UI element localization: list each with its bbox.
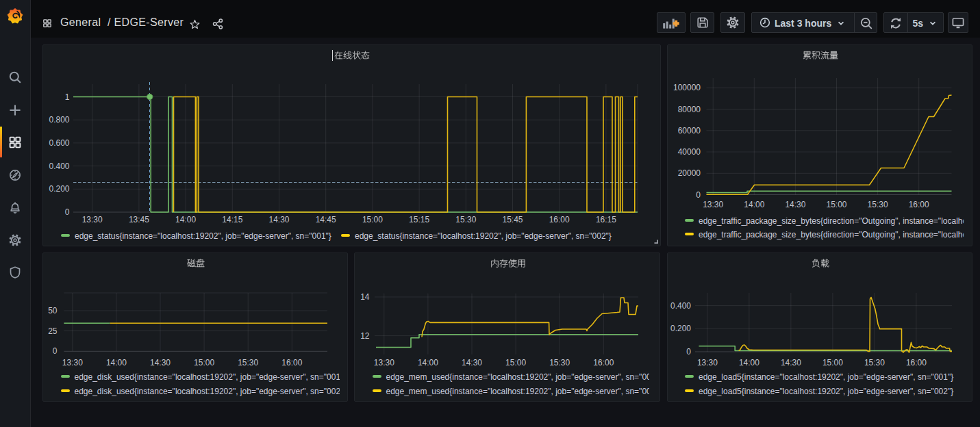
svg-text:16:00: 16:00 [908, 200, 929, 209]
svg-text:15:00: 15:00 [362, 215, 383, 224]
svg-text:14: 14 [360, 292, 370, 302]
svg-text:0: 0 [53, 346, 58, 356]
svg-text:14:00: 14:00 [738, 358, 759, 367]
svg-text:20000: 20000 [677, 168, 701, 178]
svg-text:13:30: 13:30 [696, 358, 717, 367]
svg-text:15:00: 15:00 [194, 358, 214, 367]
svg-text:13:30: 13:30 [703, 200, 723, 209]
svg-text:15:45: 15:45 [502, 215, 523, 224]
svg-text:13:30: 13:30 [62, 358, 83, 367]
svg-text:1: 1 [65, 92, 70, 102]
svg-text:0.600: 0.600 [49, 138, 69, 148]
svg-text:14:00: 14:00 [175, 215, 196, 224]
svg-text:0: 0 [696, 190, 701, 200]
svg-text:12: 12 [360, 331, 370, 341]
svg-text:15:30: 15:30 [455, 215, 476, 224]
svg-text:0.400: 0.400 [670, 301, 690, 311]
svg-text:14:30: 14:30 [150, 358, 171, 367]
svg-text:15:30: 15:30 [864, 358, 884, 367]
svg-text:40000: 40000 [677, 147, 701, 157]
svg-text:100000: 100000 [673, 83, 700, 92]
svg-text:0.800: 0.800 [49, 115, 69, 125]
svg-text:15:00: 15:00 [822, 358, 842, 367]
svg-text:0.200: 0.200 [670, 324, 690, 333]
svg-text:13:45: 13:45 [129, 215, 149, 224]
svg-text:14:30: 14:30 [462, 358, 482, 367]
svg-text:16:00: 16:00 [281, 358, 302, 367]
svg-text:80000: 80000 [677, 105, 701, 114]
svg-text:15:30: 15:30 [867, 200, 888, 209]
svg-text:14:30: 14:30 [780, 358, 801, 367]
svg-text:25: 25 [48, 326, 58, 336]
svg-text:13:30: 13:30 [82, 215, 103, 224]
svg-text:16:00: 16:00 [905, 358, 926, 367]
svg-text:14:30: 14:30 [785, 200, 805, 209]
svg-text:0: 0 [65, 207, 70, 217]
svg-text:14:00: 14:00 [106, 358, 127, 367]
svg-text:0.200: 0.200 [49, 184, 69, 194]
svg-text:14:00: 14:00 [418, 358, 438, 367]
svg-text:50: 50 [48, 306, 58, 315]
svg-text:15:15: 15:15 [409, 215, 429, 224]
svg-text:16:00: 16:00 [549, 215, 570, 224]
svg-text:14:45: 14:45 [316, 215, 336, 224]
svg-text:15:30: 15:30 [549, 358, 570, 367]
svg-text:0.400: 0.400 [49, 161, 69, 171]
svg-text:15:30: 15:30 [238, 358, 258, 367]
svg-text:60000: 60000 [677, 126, 701, 135]
svg-text:15:00: 15:00 [505, 358, 526, 367]
svg-text:15:00: 15:00 [826, 200, 846, 209]
svg-text:14:30: 14:30 [268, 215, 289, 224]
svg-text:0: 0 [686, 347, 691, 357]
svg-text:16:15: 16:15 [596, 215, 616, 224]
svg-text:14:15: 14:15 [222, 215, 242, 224]
svg-text:14:00: 14:00 [744, 200, 764, 209]
svg-text:16:00: 16:00 [593, 358, 614, 367]
svg-text:13:30: 13:30 [374, 358, 394, 367]
